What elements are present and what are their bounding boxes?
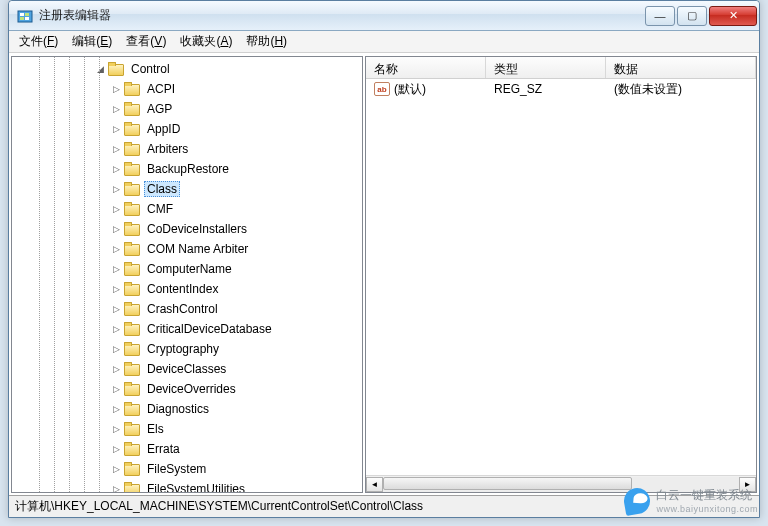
folder-icon	[124, 422, 140, 436]
tree-node[interactable]: ▷ACPI	[12, 79, 362, 99]
list-row[interactable]: ab(默认)REG_SZ(数值未设置)	[366, 79, 756, 99]
tree-node[interactable]: ▷FileSystemUtilities	[12, 479, 362, 493]
tree-node[interactable]: ▷Class	[12, 179, 362, 199]
list-body[interactable]: ab(默认)REG_SZ(数值未设置)	[366, 79, 756, 475]
expand-icon[interactable]: ▷	[110, 444, 122, 454]
expand-icon[interactable]: ▷	[110, 164, 122, 174]
value-data: (数值未设置)	[606, 81, 756, 98]
expand-icon[interactable]: ▷	[110, 364, 122, 374]
tree-node[interactable]: ▷AGP	[12, 99, 362, 119]
tree-label: CMF	[144, 201, 176, 217]
tree-node[interactable]: ▷COM Name Arbiter	[12, 239, 362, 259]
column-name[interactable]: 名称	[366, 57, 486, 78]
expand-icon[interactable]: ▷	[110, 184, 122, 194]
tree-node-root[interactable]: ◢Control	[12, 59, 362, 79]
tree-label: DeviceClasses	[144, 361, 229, 377]
tree-node[interactable]: ▷CriticalDeviceDatabase	[12, 319, 362, 339]
folder-icon	[124, 462, 140, 476]
expand-icon[interactable]: ▷	[110, 464, 122, 474]
value-type: REG_SZ	[486, 82, 606, 96]
tree-label: ComputerName	[144, 261, 235, 277]
expand-icon[interactable]: ▷	[110, 124, 122, 134]
horizontal-scrollbar[interactable]: ◄ ►	[366, 475, 756, 492]
minimize-button[interactable]: —	[645, 6, 675, 26]
tree-pane[interactable]: ◢Control▷ACPI▷AGP▷AppID▷Arbiters▷BackupR…	[11, 56, 363, 493]
tree-node[interactable]: ▷ContentIndex	[12, 279, 362, 299]
tree-node[interactable]: ▷CoDeviceInstallers	[12, 219, 362, 239]
folder-icon	[124, 342, 140, 356]
expand-icon[interactable]: ▷	[110, 304, 122, 314]
collapse-icon[interactable]: ◢	[94, 64, 106, 74]
tree-node[interactable]: ▷Diagnostics	[12, 399, 362, 419]
menu-h[interactable]: 帮助(H)	[240, 31, 293, 52]
folder-icon	[124, 322, 140, 336]
menu-a[interactable]: 收藏夹(A)	[174, 31, 238, 52]
expand-icon[interactable]: ▷	[110, 244, 122, 254]
tree-node[interactable]: ▷Els	[12, 419, 362, 439]
maximize-button[interactable]: ▢	[677, 6, 707, 26]
svg-rect-0	[18, 11, 32, 22]
tree-node[interactable]: ▷BackupRestore	[12, 159, 362, 179]
folder-icon	[124, 362, 140, 376]
tree-label: COM Name Arbiter	[144, 241, 251, 257]
menubar: 文件(F)编辑(E)查看(V)收藏夹(A)帮助(H)	[9, 31, 759, 53]
folder-icon	[124, 262, 140, 276]
tree-label: DeviceOverrides	[144, 381, 239, 397]
tree-node[interactable]: ▷CrashControl	[12, 299, 362, 319]
tree-node[interactable]: ▷FileSystem	[12, 459, 362, 479]
tree-label: FileSystem	[144, 461, 209, 477]
expand-icon[interactable]: ▷	[110, 404, 122, 414]
tree-label: AppID	[144, 121, 183, 137]
list-header[interactable]: 名称 类型 数据	[366, 57, 756, 79]
titlebar[interactable]: 注册表编辑器 — ▢ ✕	[9, 1, 759, 31]
menu-v[interactable]: 查看(V)	[120, 31, 172, 52]
tree-node[interactable]: ▷DeviceClasses	[12, 359, 362, 379]
value-name: (默认)	[394, 81, 426, 98]
scroll-thumb[interactable]	[383, 477, 632, 490]
expand-icon[interactable]: ▷	[110, 264, 122, 274]
expand-icon[interactable]: ▷	[110, 424, 122, 434]
menu-e[interactable]: 编辑(E)	[66, 31, 118, 52]
folder-icon	[124, 402, 140, 416]
status-path: 计算机\HKEY_LOCAL_MACHINE\SYSTEM\CurrentCon…	[15, 498, 423, 515]
tree-label: ACPI	[144, 81, 178, 97]
expand-icon[interactable]: ▷	[110, 204, 122, 214]
expand-icon[interactable]: ▷	[110, 284, 122, 294]
tree-node[interactable]: ▷Cryptography	[12, 339, 362, 359]
scroll-track[interactable]	[383, 477, 739, 492]
tree-node[interactable]: ▷CMF	[12, 199, 362, 219]
tree-label: AGP	[144, 101, 175, 117]
tree-node[interactable]: ▷AppID	[12, 119, 362, 139]
scroll-left-button[interactable]: ◄	[366, 477, 383, 492]
tree-label: CrashControl	[144, 301, 221, 317]
expand-icon[interactable]: ▷	[110, 84, 122, 94]
svg-rect-4	[25, 17, 29, 20]
expand-icon[interactable]: ▷	[110, 104, 122, 114]
tree-node[interactable]: ▷Arbiters	[12, 139, 362, 159]
svg-rect-3	[20, 17, 24, 20]
folder-icon	[124, 482, 140, 493]
tree-label: Control	[128, 61, 173, 77]
tree-node[interactable]: ▷Errata	[12, 439, 362, 459]
tree-node[interactable]: ▷DeviceOverrides	[12, 379, 362, 399]
scroll-right-button[interactable]: ►	[739, 477, 756, 492]
column-data[interactable]: 数据	[606, 57, 756, 78]
close-button[interactable]: ✕	[709, 6, 757, 26]
expand-icon[interactable]: ▷	[110, 224, 122, 234]
tree-label: CoDeviceInstallers	[144, 221, 250, 237]
tree-label: Diagnostics	[144, 401, 212, 417]
column-type[interactable]: 类型	[486, 57, 606, 78]
expand-icon[interactable]: ▷	[110, 144, 122, 154]
list-pane[interactable]: 名称 类型 数据 ab(默认)REG_SZ(数值未设置) ◄ ►	[365, 56, 757, 493]
tree-label: FileSystemUtilities	[144, 481, 248, 493]
folder-icon	[124, 182, 140, 196]
expand-icon[interactable]: ▷	[110, 384, 122, 394]
tree-node[interactable]: ▷ComputerName	[12, 259, 362, 279]
tree-label: Els	[144, 421, 167, 437]
expand-icon[interactable]: ▷	[110, 484, 122, 493]
expand-icon[interactable]: ▷	[110, 324, 122, 334]
menu-f[interactable]: 文件(F)	[13, 31, 64, 52]
folder-icon	[124, 122, 140, 136]
svg-rect-2	[25, 13, 29, 16]
expand-icon[interactable]: ▷	[110, 344, 122, 354]
